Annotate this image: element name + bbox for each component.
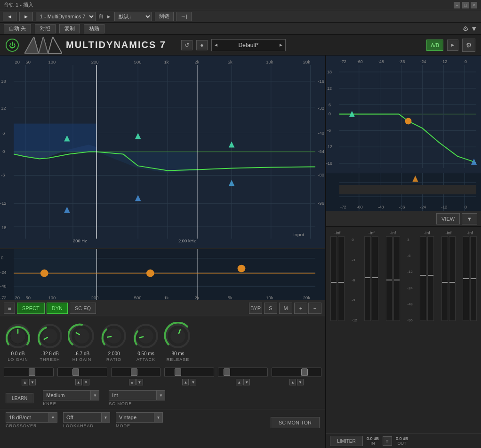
crossover-dropdown-arrow[interactable]: ▼	[48, 413, 57, 422]
paste-btn[interactable]: 粘贴	[84, 24, 104, 33]
crossover-dropdown[interactable]: 18 dB/oct ▼	[6, 412, 57, 423]
ratio-fader-up[interactable]: ▲	[182, 379, 189, 385]
measure-btn[interactable]: 测链	[155, 12, 174, 21]
attack-fader-down[interactable]: ▼	[243, 379, 250, 385]
copy-btn[interactable]: 复制	[59, 24, 80, 33]
spect-tab[interactable]: SPECT	[17, 303, 45, 314]
meter-5-right-bar	[449, 236, 456, 321]
thresh-fader-down[interactable]: ▼	[83, 379, 89, 385]
back-button[interactable]: ◄	[3, 12, 16, 21]
meter-col-3: -Inf	[386, 231, 400, 321]
lo-gain-group: 0.0 dB LO GAIN	[4, 322, 32, 362]
s-button[interactable]: S	[264, 303, 277, 314]
lo-gain-fader-thumb	[29, 368, 35, 376]
mode-dropdown-arrow[interactable]: ▼	[154, 413, 162, 422]
hi-gain-fader-thumb	[131, 368, 137, 376]
forward-button[interactable]: ►	[19, 12, 33, 21]
ratio-fader[interactable]	[164, 368, 214, 377]
attack-fader[interactable]	[218, 368, 268, 377]
threshold-graph[interactable]: 0 -24 -48 -72 20 50 100 200 500 1k 2k 5k…	[0, 249, 325, 300]
right-eq-graph[interactable]: -72 -60 -48 -36 -24 -12 0 18 12 6 0 -6 -…	[326, 56, 481, 173]
hi-gain-group: -6.7 dB HI GAIN	[68, 322, 96, 362]
learn-button[interactable]: LEARN	[6, 393, 33, 403]
lo-gain-knob[interactable]	[4, 322, 32, 350]
lo-gain-fader[interactable]	[4, 368, 54, 377]
view-dropdown-arrow[interactable]: ▼	[462, 213, 477, 224]
meters-header: VIEW ▼	[326, 211, 481, 227]
limiter-button[interactable]: LIMITER	[330, 436, 363, 446]
sc-monitor-button[interactable]: SC MONITOR	[271, 417, 320, 428]
crossover-section: 18 dB/oct ▼ CROSSOVER Off ▼ LOOKAHEAD Vi…	[0, 409, 325, 431]
link-btn[interactable]: →|	[176, 12, 192, 21]
plugin-settings-button[interactable]: ⚙	[462, 39, 475, 52]
dyn-tab[interactable]: DYN	[47, 303, 68, 314]
compare-btn[interactable]: 对照	[35, 24, 56, 33]
sc-mode-dropdown-arrow[interactable]: ▼	[156, 391, 165, 400]
eq-graph[interactable]: 20 50 100 200 500 1k 2k 5k 10k 20k 18 12…	[0, 56, 325, 248]
svg-text:-72: -72	[340, 59, 346, 64]
minus-button[interactable]: −	[308, 303, 321, 314]
right-threshold-graph[interactable]: -72 -60 -48 -36 -24 -12 0	[326, 173, 481, 211]
byp-button[interactable]: BYP	[249, 303, 262, 314]
m-button[interactable]: M	[279, 303, 292, 314]
thresh-fader[interactable]	[57, 368, 107, 377]
track-select[interactable]: 1 - MultiDynamics 7	[36, 12, 96, 21]
power-button[interactable]: ⏻	[6, 39, 19, 52]
release-fader-down[interactable]: ▼	[297, 379, 304, 385]
thresh-fader-up[interactable]: ▲	[75, 379, 82, 385]
ab-button[interactable]: A/B	[426, 40, 443, 51]
prev-preset-button[interactable]: ◄	[214, 42, 218, 48]
release-fader-up[interactable]: ▲	[289, 379, 296, 385]
gear-button[interactable]: ⚙ ▼	[463, 25, 477, 32]
right-threshold-display[interactable]: -72 -60 -48 -36 -24 -12 0	[326, 173, 481, 211]
maximize-button[interactable]: □	[462, 2, 469, 8]
eq-display[interactable]: 20 50 100 200 500 1k 2k 5k 10k 20k 18 12…	[0, 56, 325, 248]
meter-4-left-bar	[420, 236, 426, 321]
lookahead-dropdown-arrow[interactable]: ▼	[101, 413, 110, 422]
attack-knob[interactable]	[132, 322, 160, 350]
crossover-label: CROSSOVER	[6, 424, 57, 428]
hi-gain-fader-up[interactable]: ▲	[129, 379, 136, 385]
sc-mode-dropdown[interactable]: Int ▼	[109, 390, 165, 400]
auto-btn[interactable]: 自动 关	[4, 24, 31, 33]
knee-dropdown-arrow[interactable]: ▼	[90, 391, 99, 400]
sceq-tab[interactable]: SC EQ	[70, 303, 96, 314]
play-button[interactable]: ►	[447, 40, 458, 51]
hi-gain-fader[interactable]	[111, 368, 161, 377]
crossover-value: 18 dB/oct	[6, 415, 48, 420]
meter-5-left-bar	[441, 236, 448, 321]
tab-menu-button[interactable]: ≡	[4, 303, 15, 314]
thresh-knob[interactable]	[36, 322, 64, 350]
reset-button[interactable]: ↺	[181, 40, 192, 50]
release-knob[interactable]	[164, 322, 192, 350]
svg-text:1k: 1k	[164, 60, 169, 64]
meter-1-right-indicator	[338, 282, 344, 283]
hi-gain-knob[interactable]	[68, 322, 96, 350]
next-preset-button[interactable]: ►	[279, 42, 283, 48]
ratio-knob[interactable]	[100, 322, 128, 350]
right-eq-display[interactable]: -72 -60 -48 -36 -24 -12 0 18 12 6 0 -6 -…	[326, 56, 481, 173]
hi-gain-label: HI GAIN	[72, 357, 92, 362]
plus-button[interactable]: +	[294, 303, 307, 314]
svg-text:-6: -6	[1, 173, 5, 178]
default-select[interactable]: 默认↓	[114, 12, 152, 21]
release-fader[interactable]	[272, 368, 321, 377]
in-menu-button[interactable]: ≡	[383, 436, 392, 446]
svg-marker-2	[39, 37, 48, 54]
threshold-display[interactable]: 0 -24 -48 -72 20 50 100 200 500 1k 2k 5k…	[0, 248, 325, 300]
mode-dropdown[interactable]: Vintage ▼	[116, 412, 163, 423]
svg-text:-36: -36	[399, 205, 405, 209]
meter-3-top-label: -Inf	[390, 231, 396, 235]
hi-gain-fader-down[interactable]: ▼	[136, 379, 143, 385]
lo-gain-fader-up[interactable]: ▲	[22, 379, 28, 385]
knee-dropdown[interactable]: Medium ▼	[43, 390, 99, 400]
lookahead-dropdown[interactable]: Off ▼	[63, 412, 110, 423]
ratio-fader-down[interactable]: ▼	[190, 379, 196, 385]
attack-fader-up[interactable]: ▲	[236, 379, 242, 385]
record-button[interactable]: ●	[196, 40, 208, 50]
close-button[interactable]: ×	[471, 2, 477, 8]
svg-text:20k: 20k	[303, 60, 311, 64]
minimize-button[interactable]: −	[454, 2, 460, 8]
view-button[interactable]: VIEW	[436, 213, 460, 224]
lo-gain-fader-down[interactable]: ▼	[29, 379, 36, 385]
